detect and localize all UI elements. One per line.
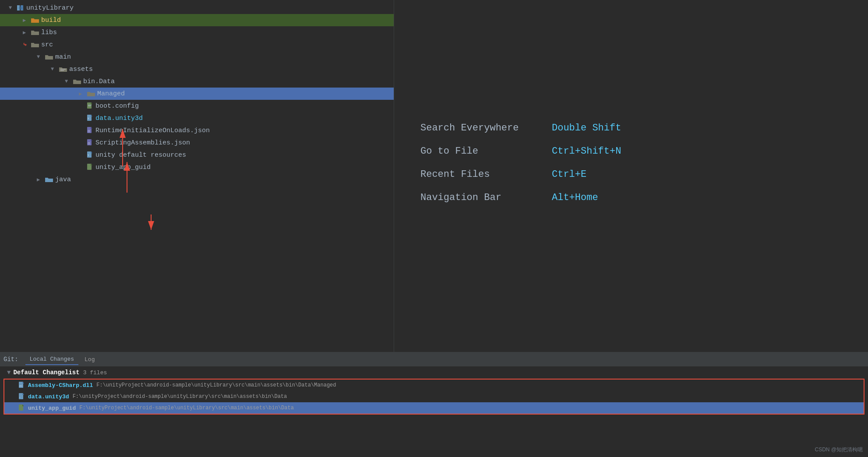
folder-icon-java bbox=[45, 176, 53, 183]
tree-item-unitydefault[interactable]: ? unity default resources bbox=[0, 149, 394, 161]
expand-arrow: ▼ bbox=[37, 54, 45, 60]
tree-item-java[interactable]: ▶ java bbox=[0, 173, 394, 186]
tree-label: build bbox=[41, 17, 61, 24]
shortcut-name-nav: Navigation Bar bbox=[420, 192, 534, 203]
changelist-expand-arrow[interactable]: ▼ bbox=[7, 369, 11, 376]
expand-arrow: ▶ bbox=[23, 29, 31, 36]
file-name-appguid: unity_app_guid bbox=[28, 405, 76, 411]
shortcut-menu: Search Everywhere Double Shift Go to Fil… bbox=[394, 123, 868, 203]
folder-icon-src bbox=[31, 41, 39, 48]
file-icon-appguid bbox=[87, 163, 94, 171]
shortcut-name-search: Search Everywhere bbox=[420, 123, 534, 134]
bottom-tabs: Git: Local Changes Log bbox=[0, 352, 868, 366]
file-name-assembly: Assembly-CSharp.dll bbox=[28, 382, 93, 389]
tree-item-bootconfig[interactable]: boot.config bbox=[0, 100, 394, 112]
module-icon bbox=[17, 4, 25, 11]
svg-text:dll: dll bbox=[19, 385, 23, 387]
shortcut-key-recent: Ctrl+E bbox=[552, 169, 586, 180]
tree-label: data.unity3d bbox=[95, 115, 143, 122]
changelist-title: Default Changelist bbox=[13, 369, 79, 376]
folder-icon-assets bbox=[59, 66, 67, 73]
right-panel: Search Everywhere Double Shift Go to Fil… bbox=[394, 0, 868, 352]
svg-text:{}: {} bbox=[88, 142, 90, 145]
folder-icon-binData bbox=[73, 78, 81, 85]
file-name-dataunity3d: data.unity3d bbox=[28, 394, 69, 400]
shortcut-key-nav: Alt+Home bbox=[552, 192, 598, 203]
tree-item-Managed[interactable]: ▶ Managed bbox=[0, 88, 394, 100]
file-tree-panel: ▼ unityLibrary ▶ bbox=[0, 0, 394, 352]
expand-arrow: ▼ bbox=[9, 5, 17, 11]
shortcut-name-file: Go to File bbox=[420, 146, 534, 157]
tree-item-unityappguid[interactable]: unity_app_guid bbox=[0, 161, 394, 173]
changed-file-appguid[interactable]: unity_app_guid F:\unityProject\android-s… bbox=[4, 402, 864, 414]
folder-icon-build bbox=[31, 17, 39, 24]
changelist-header: ▼ Default Changelist 3 files bbox=[0, 366, 868, 379]
tab-local-changes[interactable]: Local Changes bbox=[25, 354, 78, 365]
expand-arrow: ⤷ bbox=[23, 42, 31, 48]
svg-text:?: ? bbox=[88, 155, 89, 157]
folder-icon-Managed bbox=[87, 90, 95, 97]
expand-arrow: ▶ bbox=[37, 176, 45, 183]
changelist-count: 3 files bbox=[83, 369, 107, 376]
file-icon-json1: {} bbox=[87, 127, 94, 134]
file-icon-unity3d: ? bbox=[18, 393, 25, 401]
tab-log[interactable]: Log bbox=[80, 355, 99, 365]
tree-label: Managed bbox=[97, 90, 125, 98]
expand-arrow: ▶ bbox=[23, 17, 31, 24]
svg-text:?: ? bbox=[88, 118, 89, 120]
file-path-appguid: F:\unityProject\android-sample\unityLibr… bbox=[79, 405, 294, 411]
tree-item-dataunity3d[interactable]: ? data.unity3d bbox=[0, 112, 394, 124]
tree-label: RuntimeInitializeOnLoads.json bbox=[95, 127, 210, 134]
tree-label: ScriptingAssemblies.json bbox=[95, 139, 190, 147]
file-icon-unitydefault: ? bbox=[87, 151, 94, 159]
changed-files-outline: dll Assembly-CSharp.dll F:\unityProject\… bbox=[4, 379, 864, 415]
tree-label: main bbox=[55, 53, 71, 61]
shortcut-search-everywhere: Search Everywhere Double Shift bbox=[420, 123, 868, 134]
tree-item-libs[interactable]: ▶ libs bbox=[0, 26, 394, 39]
tree-label: unity_app_guid bbox=[95, 164, 151, 171]
folder-icon-main bbox=[45, 53, 53, 60]
file-icon-json2: {} bbox=[87, 139, 94, 147]
tree-item-src[interactable]: ⤷ src bbox=[0, 39, 394, 51]
file-tree: ▼ unityLibrary ▶ bbox=[0, 0, 394, 352]
tree-label: bin.Data bbox=[83, 78, 115, 85]
tree-item-assets[interactable]: ▼ assets bbox=[0, 63, 394, 75]
svg-rect-2 bbox=[19, 7, 22, 9]
shortcut-key-file: Ctrl+Shift+N bbox=[552, 146, 621, 157]
shortcut-recent-files: Recent Files Ctrl+E bbox=[420, 169, 868, 180]
expand-arrow: ▼ bbox=[65, 78, 73, 84]
tree-label: java bbox=[55, 176, 71, 183]
tree-item-ScriptingAssemblies[interactable]: {} ScriptingAssemblies.json bbox=[0, 137, 394, 149]
tree-label: src bbox=[41, 41, 53, 49]
svg-text:{}: {} bbox=[88, 130, 90, 133]
tree-label: assets bbox=[69, 66, 93, 73]
tree-item-main[interactable]: ▼ main bbox=[0, 51, 394, 63]
git-label: Git: bbox=[4, 356, 18, 363]
tree-item-build[interactable]: ▶ build bbox=[0, 14, 394, 26]
file-icon-dataunity3d: ? bbox=[87, 114, 94, 122]
tree-label: unityLibrary bbox=[26, 4, 74, 12]
file-icon-guid bbox=[18, 404, 25, 412]
folder-icon-libs bbox=[31, 29, 39, 36]
expand-arrow: ▶ bbox=[79, 91, 87, 97]
tree-label: boot.config bbox=[95, 102, 139, 110]
file-icon-dll: dll bbox=[18, 381, 25, 389]
shortcut-key-search: Double Shift bbox=[552, 123, 621, 134]
bottom-panel: Git: Local Changes Log ▼ Default Changel… bbox=[0, 352, 868, 457]
watermark: CSDN @知把清枸嗯 bbox=[815, 446, 863, 453]
changed-file-dataunity3d[interactable]: ? data.unity3d F:\unityProject\android-s… bbox=[4, 391, 864, 402]
tree-item-unityLibrary[interactable]: ▼ unityLibrary bbox=[0, 2, 394, 14]
tree-item-RuntimeInitialize[interactable]: {} RuntimeInitializeOnLoads.json bbox=[0, 124, 394, 137]
file-path-assembly: F:\unityProject\android-sample\unityLibr… bbox=[96, 382, 336, 388]
shortcut-goto-file: Go to File Ctrl+Shift+N bbox=[420, 146, 868, 157]
file-path-dataunity3d: F:\unityProject\android-sample\unityLibr… bbox=[73, 394, 287, 400]
tree-label: unity default resources bbox=[95, 151, 186, 159]
file-icon-bootconfig bbox=[87, 102, 94, 110]
shortcut-name-recent: Recent Files bbox=[420, 169, 534, 180]
tree-item-binData[interactable]: ▼ bin.Data bbox=[0, 75, 394, 88]
tree-label: libs bbox=[41, 29, 57, 36]
shortcut-nav-bar: Navigation Bar Alt+Home bbox=[420, 192, 868, 203]
changed-file-assembly[interactable]: dll Assembly-CSharp.dll F:\unityProject\… bbox=[4, 380, 864, 391]
expand-arrow: ▼ bbox=[51, 66, 59, 72]
